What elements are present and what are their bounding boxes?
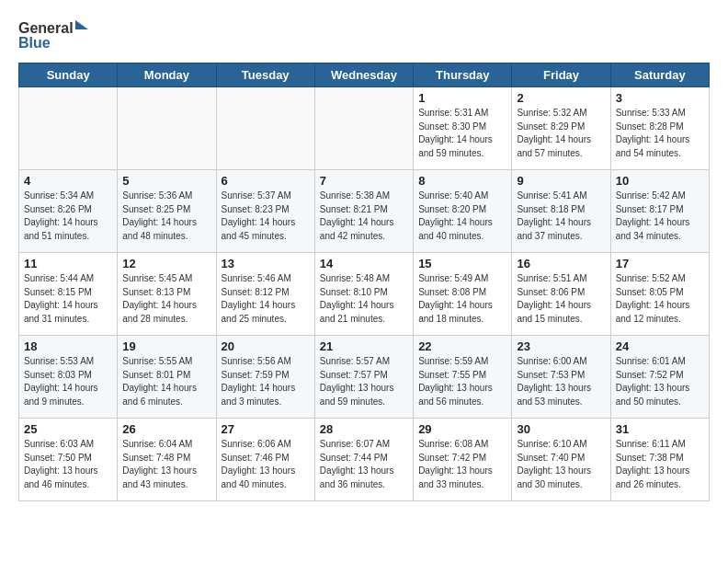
day-number: 2 [517, 91, 605, 105]
cal-cell: 26Sunrise: 6:04 AMSunset: 7:48 PMDayligh… [118, 419, 216, 501]
cell-info: Sunrise: 5:36 AMSunset: 8:25 PMDaylight:… [122, 190, 210, 243]
cell-info: Sunrise: 5:51 AMSunset: 8:06 PMDaylight:… [517, 272, 605, 326]
cal-cell: 20Sunrise: 5:56 AMSunset: 7:59 PMDayligh… [216, 336, 314, 419]
cal-cell: 28Sunrise: 6:07 AMSunset: 7:44 PMDayligh… [314, 419, 413, 501]
cal-cell: 6Sunrise: 5:37 AMSunset: 8:23 PMDaylight… [216, 170, 314, 253]
cell-info: Sunrise: 5:52 AMSunset: 8:05 PMDaylight:… [616, 272, 704, 326]
cal-cell: 29Sunrise: 6:08 AMSunset: 7:42 PMDayligh… [414, 419, 512, 501]
day-number: 19 [122, 339, 210, 353]
cal-cell: 16Sunrise: 5:51 AMSunset: 8:06 PMDayligh… [512, 253, 610, 336]
day-number: 31 [616, 422, 704, 436]
cal-cell: 14Sunrise: 5:48 AMSunset: 8:10 PMDayligh… [314, 253, 413, 336]
cell-info: Sunrise: 5:44 AMSunset: 8:15 PMDaylight:… [24, 272, 112, 326]
day-number: 12 [122, 257, 210, 270]
cell-info: Sunrise: 5:53 AMSunset: 8:03 PMDaylight:… [24, 355, 112, 408]
week-row-4: 18Sunrise: 5:53 AMSunset: 8:03 PMDayligh… [19, 336, 710, 419]
cell-info: Sunrise: 5:32 AMSunset: 8:29 PMDaylight:… [517, 107, 605, 160]
cell-info: Sunrise: 5:56 AMSunset: 7:59 PMDaylight:… [222, 355, 310, 408]
week-row-3: 11Sunrise: 5:44 AMSunset: 8:15 PMDayligh… [19, 253, 710, 336]
cell-info: Sunrise: 5:37 AMSunset: 8:23 PMDaylight:… [222, 190, 310, 243]
cal-cell: 9Sunrise: 5:41 AMSunset: 8:18 PMDaylight… [512, 170, 610, 253]
cell-info: Sunrise: 6:06 AMSunset: 7:46 PMDaylight:… [222, 438, 310, 491]
cal-cell: 27Sunrise: 6:06 AMSunset: 7:46 PMDayligh… [216, 419, 314, 501]
day-number: 28 [320, 422, 408, 436]
day-number: 16 [517, 257, 605, 270]
cell-info: Sunrise: 5:42 AMSunset: 8:17 PMDaylight:… [616, 190, 704, 243]
day-number: 20 [222, 339, 310, 353]
cell-info: Sunrise: 5:49 AMSunset: 8:08 PMDaylight:… [418, 272, 506, 326]
day-number: 26 [122, 422, 210, 436]
cell-info: Sunrise: 6:00 AMSunset: 7:53 PMDaylight:… [517, 355, 605, 408]
cal-cell: 15Sunrise: 5:49 AMSunset: 8:08 PMDayligh… [414, 253, 512, 336]
day-number: 18 [24, 339, 112, 353]
cal-cell: 17Sunrise: 5:52 AMSunset: 8:05 PMDayligh… [610, 253, 709, 336]
day-header-saturday: Saturday [610, 63, 709, 87]
day-number: 27 [222, 422, 310, 436]
cell-info: Sunrise: 6:01 AMSunset: 7:52 PMDaylight:… [616, 355, 704, 408]
page: GeneralBlue SundayMondayTuesdayWednesday… [0, 0, 728, 514]
cal-cell [118, 87, 216, 170]
day-number: 4 [24, 174, 112, 188]
day-number: 23 [517, 339, 605, 353]
cell-info: Sunrise: 6:03 AMSunset: 7:50 PMDaylight:… [24, 438, 112, 491]
day-number: 6 [222, 174, 310, 188]
cal-cell: 24Sunrise: 6:01 AMSunset: 7:52 PMDayligh… [610, 336, 709, 419]
day-header-thursday: Thursday [414, 63, 512, 87]
cal-cell: 7Sunrise: 5:38 AMSunset: 8:21 PMDaylight… [314, 170, 413, 253]
day-number: 17 [616, 257, 704, 270]
cal-cell: 21Sunrise: 5:57 AMSunset: 7:57 PMDayligh… [314, 336, 413, 419]
cal-cell: 3Sunrise: 5:33 AMSunset: 8:28 PMDaylight… [610, 87, 709, 170]
cal-cell: 13Sunrise: 5:46 AMSunset: 8:12 PMDayligh… [216, 253, 314, 336]
cal-cell: 30Sunrise: 6:10 AMSunset: 7:40 PMDayligh… [512, 419, 610, 501]
cell-info: Sunrise: 5:38 AMSunset: 8:21 PMDaylight:… [320, 190, 408, 243]
day-number: 11 [24, 257, 112, 270]
day-number: 15 [418, 257, 506, 270]
day-number: 14 [320, 257, 408, 270]
cal-cell: 11Sunrise: 5:44 AMSunset: 8:15 PMDayligh… [19, 253, 118, 336]
logo-svg: GeneralBlue [18, 17, 92, 53]
day-number: 9 [517, 174, 605, 188]
day-number: 13 [222, 257, 310, 270]
cal-cell [216, 87, 314, 170]
cal-cell: 25Sunrise: 6:03 AMSunset: 7:50 PMDayligh… [19, 419, 118, 501]
day-number: 10 [616, 174, 704, 188]
cal-cell: 8Sunrise: 5:40 AMSunset: 8:20 PMDaylight… [414, 170, 512, 253]
svg-text:Blue: Blue [18, 35, 51, 51]
cal-cell: 18Sunrise: 5:53 AMSunset: 8:03 PMDayligh… [19, 336, 118, 419]
cal-cell: 10Sunrise: 5:42 AMSunset: 8:17 PMDayligh… [610, 170, 709, 253]
day-number: 29 [418, 422, 506, 436]
cal-cell: 23Sunrise: 6:00 AMSunset: 7:53 PMDayligh… [512, 336, 610, 419]
day-header-tuesday: Tuesday [216, 63, 314, 87]
day-header-monday: Monday [118, 63, 216, 87]
cal-cell: 4Sunrise: 5:34 AMSunset: 8:26 PMDaylight… [19, 170, 118, 253]
cal-cell: 2Sunrise: 5:32 AMSunset: 8:29 PMDaylight… [512, 87, 610, 170]
svg-marker-2 [75, 20, 88, 29]
cell-info: Sunrise: 5:55 AMSunset: 8:01 PMDaylight:… [122, 355, 210, 408]
day-number: 21 [320, 339, 408, 353]
day-number: 1 [418, 91, 506, 105]
day-number: 30 [517, 422, 605, 436]
cell-info: Sunrise: 6:10 AMSunset: 7:40 PMDaylight:… [517, 438, 605, 491]
cal-cell [19, 87, 118, 170]
day-number: 24 [616, 339, 704, 353]
day-header-sunday: Sunday [19, 63, 118, 87]
cal-cell: 22Sunrise: 5:59 AMSunset: 7:55 PMDayligh… [414, 336, 512, 419]
cell-info: Sunrise: 5:59 AMSunset: 7:55 PMDaylight:… [418, 355, 506, 408]
week-row-5: 25Sunrise: 6:03 AMSunset: 7:50 PMDayligh… [19, 419, 710, 501]
day-number: 8 [418, 174, 506, 188]
cal-cell [314, 87, 413, 170]
day-header-wednesday: Wednesday [314, 63, 413, 87]
cal-cell: 5Sunrise: 5:36 AMSunset: 8:25 PMDaylight… [118, 170, 216, 253]
cell-info: Sunrise: 5:41 AMSunset: 8:18 PMDaylight:… [517, 190, 605, 243]
cell-info: Sunrise: 6:04 AMSunset: 7:48 PMDaylight:… [122, 438, 210, 491]
cell-info: Sunrise: 6:08 AMSunset: 7:42 PMDaylight:… [418, 438, 506, 491]
cal-cell: 1Sunrise: 5:31 AMSunset: 8:30 PMDaylight… [414, 87, 512, 170]
day-number: 5 [122, 174, 210, 188]
calendar-table: SundayMondayTuesdayWednesdayThursdayFrid… [18, 63, 710, 501]
week-row-2: 4Sunrise: 5:34 AMSunset: 8:26 PMDaylight… [19, 170, 710, 253]
header: GeneralBlue [18, 17, 710, 53]
day-header-friday: Friday [512, 63, 610, 87]
cell-info: Sunrise: 5:40 AMSunset: 8:20 PMDaylight:… [418, 190, 506, 243]
logo: GeneralBlue [18, 17, 92, 53]
header-row: SundayMondayTuesdayWednesdayThursdayFrid… [19, 63, 710, 87]
